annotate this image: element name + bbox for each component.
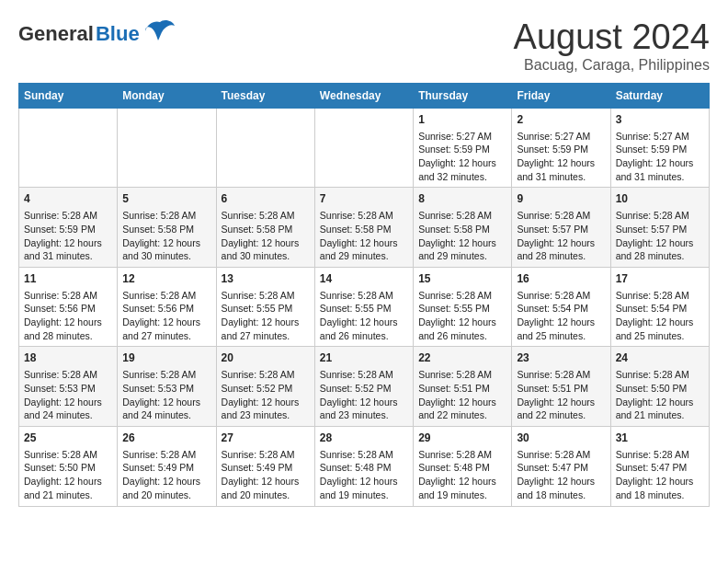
cell-text: and 20 minutes. xyxy=(222,488,310,502)
day-number: 6 xyxy=(222,191,310,207)
calendar-cell: 4Sunrise: 5:28 AMSunset: 5:59 PMDaylight… xyxy=(19,188,118,268)
cell-text: Daylight: 12 hours xyxy=(122,236,210,250)
cell-text: Daylight: 12 hours xyxy=(418,236,506,250)
cell-text: and 26 minutes. xyxy=(320,329,408,343)
cell-text: Daylight: 12 hours xyxy=(616,236,704,250)
cell-text: Sunrise: 5:28 AM xyxy=(616,209,704,223)
cell-text: Sunrise: 5:28 AM xyxy=(517,209,605,223)
cell-text: Sunset: 5:59 PM xyxy=(24,223,112,236)
day-number: 8 xyxy=(418,191,506,207)
day-number: 16 xyxy=(517,271,605,287)
calendar-cell: 16Sunrise: 5:28 AMSunset: 5:54 PMDayligh… xyxy=(512,267,610,347)
cell-text: Daylight: 12 hours xyxy=(517,396,605,409)
cell-text: Sunset: 5:50 PM xyxy=(616,382,704,396)
cell-text: Sunrise: 5:28 AM xyxy=(616,289,704,303)
cell-text: and 31 minutes. xyxy=(616,170,704,184)
calendar-cell: 8Sunrise: 5:28 AMSunset: 5:58 PMDaylight… xyxy=(414,188,512,268)
cell-text: Sunset: 5:59 PM xyxy=(517,143,605,156)
cell-text: and 18 minutes. xyxy=(616,488,704,502)
day-number: 23 xyxy=(517,350,605,366)
calendar-cell: 21Sunrise: 5:28 AMSunset: 5:52 PMDayligh… xyxy=(314,347,413,427)
calendar-cell xyxy=(314,108,413,188)
logo: General Blue xyxy=(18,18,176,49)
cell-text: Daylight: 12 hours xyxy=(320,236,408,250)
logo-blue-text: Blue xyxy=(96,22,140,46)
cell-text: Sunset: 5:57 PM xyxy=(616,223,704,236)
cell-text: and 28 minutes. xyxy=(24,329,112,343)
calendar-cell: 22Sunrise: 5:28 AMSunset: 5:51 PMDayligh… xyxy=(414,347,512,427)
cell-text: and 28 minutes. xyxy=(616,249,704,263)
day-number: 11 xyxy=(24,271,112,287)
cell-text: Sunset: 5:47 PM xyxy=(517,461,605,475)
calendar-cell xyxy=(118,108,216,188)
day-number: 1 xyxy=(418,112,506,128)
week-row-4: 25Sunrise: 5:28 AMSunset: 5:50 PMDayligh… xyxy=(19,426,710,506)
cell-text: Sunset: 5:58 PM xyxy=(320,223,408,236)
calendar-cell: 3Sunrise: 5:27 AMSunset: 5:59 PMDaylight… xyxy=(610,108,709,188)
cell-text: Daylight: 12 hours xyxy=(517,316,605,329)
calendar-cell: 5Sunrise: 5:28 AMSunset: 5:58 PMDaylight… xyxy=(118,188,216,268)
cell-text: Sunset: 5:53 PM xyxy=(24,382,112,396)
calendar-body: 1Sunrise: 5:27 AMSunset: 5:59 PMDaylight… xyxy=(19,108,710,506)
cell-text: Daylight: 12 hours xyxy=(24,316,112,329)
cell-text: and 30 minutes. xyxy=(222,249,310,263)
cell-text: Daylight: 12 hours xyxy=(320,316,408,329)
day-header-tuesday: Tuesday xyxy=(216,83,314,108)
calendar-cell: 30Sunrise: 5:28 AMSunset: 5:47 PMDayligh… xyxy=(512,426,610,506)
cell-text: and 18 minutes. xyxy=(517,488,605,502)
cell-text: Sunrise: 5:28 AM xyxy=(320,289,408,303)
cell-text: and 23 minutes. xyxy=(222,408,310,422)
cell-text: and 27 minutes. xyxy=(122,329,210,343)
cell-text: Sunrise: 5:28 AM xyxy=(24,368,112,382)
day-number: 3 xyxy=(616,112,704,128)
cell-text: and 24 minutes. xyxy=(24,408,112,422)
cell-text: Sunset: 5:49 PM xyxy=(222,461,310,475)
cell-text: Sunrise: 5:28 AM xyxy=(222,368,310,382)
calendar-cell: 28Sunrise: 5:28 AMSunset: 5:48 PMDayligh… xyxy=(314,426,413,506)
calendar-table: SundayMondayTuesdayWednesdayThursdayFrid… xyxy=(18,83,710,507)
month-title: August 2024 xyxy=(514,18,710,57)
cell-text: Sunset: 5:57 PM xyxy=(517,223,605,236)
day-number: 27 xyxy=(222,431,310,446)
day-number: 20 xyxy=(222,350,310,366)
cell-text: Sunrise: 5:28 AM xyxy=(24,448,112,462)
logo-bird-icon xyxy=(143,18,176,49)
location-title: Bacuag, Caraga, Philippines xyxy=(514,57,710,74)
cell-text: and 21 minutes. xyxy=(24,488,112,502)
cell-text: Sunrise: 5:28 AM xyxy=(122,448,210,462)
cell-text: Sunset: 5:55 PM xyxy=(418,302,506,316)
calendar-cell: 18Sunrise: 5:28 AMSunset: 5:53 PMDayligh… xyxy=(19,347,118,427)
cell-text: Daylight: 12 hours xyxy=(418,475,506,488)
calendar-cell: 19Sunrise: 5:28 AMSunset: 5:53 PMDayligh… xyxy=(118,347,216,427)
day-number: 13 xyxy=(222,271,310,287)
cell-text: Sunrise: 5:28 AM xyxy=(222,448,310,462)
cell-text: and 23 minutes. xyxy=(320,408,408,422)
cell-text: Sunset: 5:53 PM xyxy=(122,382,210,396)
cell-text: Sunrise: 5:28 AM xyxy=(122,209,210,223)
calendar-cell: 29Sunrise: 5:28 AMSunset: 5:48 PMDayligh… xyxy=(414,426,512,506)
cell-text: Daylight: 12 hours xyxy=(418,396,506,409)
day-header-sunday: Sunday xyxy=(19,83,118,108)
day-header-thursday: Thursday xyxy=(414,83,512,108)
cell-text: Sunset: 5:55 PM xyxy=(222,302,310,316)
calendar-cell: 25Sunrise: 5:28 AMSunset: 5:50 PMDayligh… xyxy=(19,426,118,506)
header: General Blue August 2024 Bacuag, Caraga,… xyxy=(18,18,710,74)
day-number: 24 xyxy=(616,350,704,366)
day-header-monday: Monday xyxy=(118,83,216,108)
cell-text: and 26 minutes. xyxy=(418,329,506,343)
calendar-cell: 17Sunrise: 5:28 AMSunset: 5:54 PMDayligh… xyxy=(610,267,709,347)
cell-text: Sunrise: 5:28 AM xyxy=(517,368,605,382)
cell-text: Daylight: 12 hours xyxy=(616,316,704,329)
cell-text: and 27 minutes. xyxy=(222,329,310,343)
day-number: 18 xyxy=(24,350,112,366)
cell-text: Sunrise: 5:28 AM xyxy=(320,209,408,223)
cell-text: Sunset: 5:56 PM xyxy=(24,302,112,316)
cell-text: Sunrise: 5:28 AM xyxy=(418,209,506,223)
cell-text: Sunset: 5:52 PM xyxy=(222,382,310,396)
cell-text: Sunrise: 5:28 AM xyxy=(320,368,408,382)
cell-text: and 29 minutes. xyxy=(418,249,506,263)
cell-text: Sunrise: 5:28 AM xyxy=(418,289,506,303)
cell-text: Daylight: 12 hours xyxy=(122,475,210,488)
cell-text: and 30 minutes. xyxy=(122,249,210,263)
cell-text: Sunset: 5:51 PM xyxy=(517,382,605,396)
